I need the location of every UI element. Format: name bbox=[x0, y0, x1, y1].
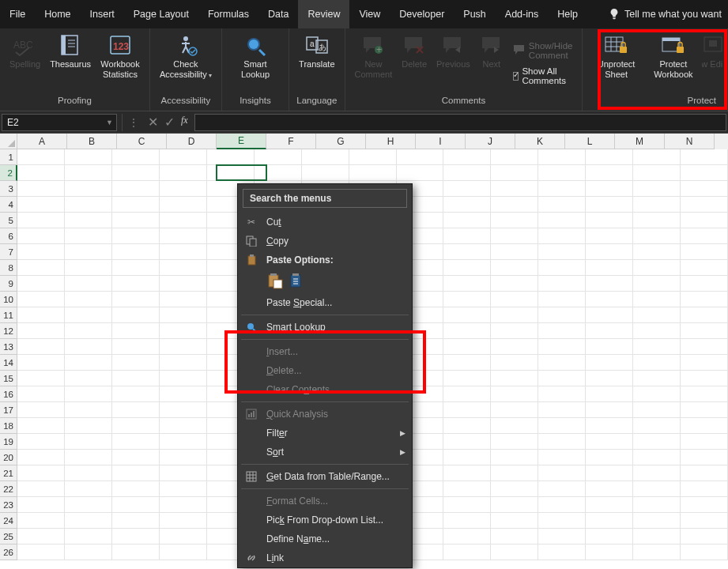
cut-icon: ✂ bbox=[244, 217, 258, 228]
tab-formulas[interactable]: Formulas bbox=[198, 0, 258, 28]
tell-me-search[interactable]: Tell me what you want bbox=[602, 0, 728, 28]
row-header-11[interactable]: 11 bbox=[0, 307, 17, 323]
svg-point-44 bbox=[247, 323, 254, 330]
ctx-search-input[interactable]: Search the menus bbox=[243, 189, 407, 208]
col-header-A[interactable]: A bbox=[17, 134, 67, 149]
context-menu: Search the menus ✂ Cut Copy Paste Option… bbox=[237, 183, 413, 568]
ctx-pick-dropdown[interactable]: Pick From Drop-down List... bbox=[238, 511, 412, 529]
tab-help[interactable]: Help bbox=[548, 0, 587, 28]
row-header-18[interactable]: 18 bbox=[0, 418, 17, 434]
col-header-C[interactable]: C bbox=[117, 134, 167, 149]
row-header-5[interactable]: 5 bbox=[0, 213, 17, 228]
select-all-corner[interactable] bbox=[0, 134, 17, 149]
tab-addins[interactable]: Add-ins bbox=[496, 0, 548, 28]
tab-review[interactable]: Review bbox=[298, 0, 349, 28]
paste-values-clipboard[interactable] bbox=[289, 273, 306, 290]
col-header-K[interactable]: K bbox=[515, 134, 565, 149]
svg-rect-26 bbox=[620, 47, 627, 53]
row-header-7[interactable]: 7 bbox=[0, 244, 17, 260]
thesaurus-button[interactable]: Thesaurus bbox=[45, 31, 96, 96]
col-header-B[interactable]: B bbox=[67, 134, 117, 149]
row-header-8[interactable]: 8 bbox=[0, 260, 17, 276]
tell-me-label: Tell me what you want bbox=[624, 9, 722, 20]
tab-view[interactable]: View bbox=[349, 0, 390, 28]
unprotect-sheet-button[interactable]: Unprotect Sheet bbox=[587, 31, 644, 96]
row-header-12[interactable]: 12 bbox=[0, 323, 17, 339]
row-header-22[interactable]: 22 bbox=[0, 481, 17, 497]
ctx-define-name[interactable]: Define Name... bbox=[238, 529, 412, 548]
col-header-G[interactable]: G bbox=[316, 134, 366, 149]
comment-delete-icon bbox=[402, 34, 426, 56]
ctx-copy[interactable]: Copy bbox=[238, 232, 412, 251]
row-header-6[interactable]: 6 bbox=[0, 228, 17, 244]
col-header-F[interactable]: F bbox=[266, 134, 316, 149]
row-header-1[interactable]: 1 bbox=[0, 149, 17, 165]
ctx-smart-lookup[interactable]: Smart Lookup bbox=[238, 318, 412, 337]
ctx-sort[interactable]: Sort▶ bbox=[238, 443, 412, 462]
comment-icon bbox=[513, 44, 526, 57]
col-header-L[interactable]: L bbox=[565, 134, 615, 149]
svg-rect-31 bbox=[709, 40, 717, 47]
next-comment-button: Next bbox=[475, 31, 508, 96]
col-header-D[interactable]: D bbox=[167, 134, 217, 149]
col-header-N[interactable]: N bbox=[665, 134, 715, 149]
row-header-24[interactable]: 24 bbox=[0, 513, 17, 529]
smart-lookup-button[interactable]: Smart Lookup bbox=[227, 31, 284, 96]
formula-bar: E2 ▼ ⋮ ✕ ✓ fx bbox=[0, 111, 728, 134]
row-header-25[interactable]: 25 bbox=[0, 529, 17, 545]
ctx-link[interactable]: Link bbox=[238, 548, 412, 567]
fx-icon[interactable]: fx bbox=[181, 115, 188, 130]
ctx-filter[interactable]: Filter▶ bbox=[238, 424, 412, 443]
row-header-20[interactable]: 20 bbox=[0, 450, 17, 465]
tab-page-layout[interactable]: Page Layout bbox=[124, 0, 198, 28]
row-header-15[interactable]: 15 bbox=[0, 371, 17, 386]
row-header-3[interactable]: 3 bbox=[0, 181, 17, 197]
svg-text:123: 123 bbox=[113, 41, 129, 52]
protect-workbook-button[interactable]: Protect Workbook bbox=[645, 31, 702, 96]
allow-edit-ranges-button: Allow Edit Ranges bbox=[702, 31, 722, 96]
row-header-19[interactable]: 19 bbox=[0, 434, 17, 450]
row-header-4[interactable]: 4 bbox=[0, 197, 17, 213]
col-header-E[interactable]: E bbox=[217, 134, 266, 149]
row-header-16[interactable]: 16 bbox=[0, 386, 17, 402]
row-header-26[interactable]: 26 bbox=[0, 545, 17, 560]
svg-point-11 bbox=[249, 40, 258, 49]
row-header-10[interactable]: 10 bbox=[0, 292, 17, 307]
tab-home[interactable]: Home bbox=[35, 0, 80, 28]
translate-button[interactable]: aあ Translate bbox=[294, 31, 339, 96]
svg-rect-49 bbox=[253, 411, 255, 417]
tab-data[interactable]: Data bbox=[258, 0, 298, 28]
ctx-paste-special[interactable]: Paste Special... bbox=[238, 293, 412, 312]
tab-insert[interactable]: Insert bbox=[81, 0, 124, 28]
row-header-13[interactable]: 13 bbox=[0, 339, 17, 355]
svg-text:ABC: ABC bbox=[13, 40, 33, 51]
workbook-stats-button[interactable]: 123 Workbook Statistics bbox=[96, 31, 145, 96]
formula-input[interactable] bbox=[194, 114, 726, 131]
tab-file[interactable]: File bbox=[0, 0, 35, 28]
checkbox-icon bbox=[513, 72, 519, 81]
spelling-button: ABC Spelling bbox=[5, 31, 45, 96]
tab-push[interactable]: Push bbox=[454, 0, 496, 28]
col-header-J[interactable]: J bbox=[466, 134, 515, 149]
row-header-17[interactable]: 17 bbox=[0, 402, 17, 418]
check-accessibility-button[interactable]: Check Accessibility▾ bbox=[155, 31, 217, 96]
accept-formula-icon: ✓ bbox=[164, 115, 175, 130]
row-header-14[interactable]: 14 bbox=[0, 355, 17, 371]
group-protect: Unprotect Sheet Protect Workbook Allow E… bbox=[583, 28, 728, 111]
paste-default[interactable] bbox=[266, 273, 284, 290]
tab-developer[interactable]: Developer bbox=[390, 0, 454, 28]
name-box[interactable]: E2 ▼ bbox=[2, 114, 117, 131]
comment-prev-icon bbox=[441, 34, 465, 56]
col-header-H[interactable]: H bbox=[366, 134, 416, 149]
row-header-9[interactable]: 9 bbox=[0, 276, 17, 292]
row-header-2[interactable]: 2 bbox=[0, 165, 17, 181]
col-header-I[interactable]: I bbox=[416, 134, 466, 149]
smart-lookup-small-icon bbox=[244, 322, 258, 333]
ctx-cut[interactable]: ✂ Cut bbox=[238, 213, 412, 232]
accessibility-icon bbox=[174, 34, 198, 56]
show-all-comments[interactable]: Show All Comments bbox=[508, 64, 578, 88]
row-header-21[interactable]: 21 bbox=[0, 465, 17, 481]
col-header-M[interactable]: M bbox=[615, 134, 665, 149]
row-header-23[interactable]: 23 bbox=[0, 497, 17, 513]
ctx-get-data[interactable]: Get Data from Table/Range... bbox=[238, 467, 412, 486]
